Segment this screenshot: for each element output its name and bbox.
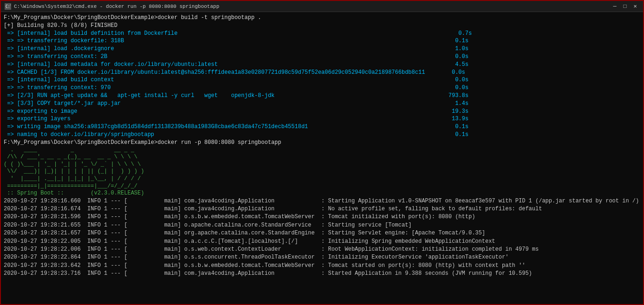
- terminal-line: [+] Building 820.7s (8/8) FINISHED: [4, 22, 640, 30]
- terminal-line: ( ( )\___ | '_ | '_| | '_ \/ _` | \ \ \ …: [4, 161, 640, 169]
- terminal-line: => exporting layers 13.9s: [4, 115, 640, 123]
- terminal-line: => => transferring context: 2B 0.0s: [4, 53, 640, 61]
- terminal-window: C:\ C:\Windows\System32\cmd.exe - docker…: [0, 0, 644, 305]
- title-bar-left: C:\ C:\Windows\System32\cmd.exe - docker…: [5, 3, 219, 10]
- terminal-line: => [internal] load build context 0.0s: [4, 76, 640, 84]
- terminal-line: => => transferring context: 970 0.0s: [4, 84, 640, 92]
- terminal-line: F:\My_Programs\Docker\SpringBootDockerEx…: [4, 14, 640, 22]
- terminal-line: 2020-10-27 19:28:21.655 INFO 1 --- [ mai…: [4, 221, 640, 229]
- terminal-line: 2020-10-27 19:28:21.657 INFO 1 --- [ mai…: [4, 229, 640, 237]
- terminal-line: =========|_|==============|___/=/_/_/_/: [4, 183, 640, 190]
- title-bar: C:\ C:\Windows\System32\cmd.exe - docker…: [1, 1, 643, 12]
- terminal-line: F:\My_Programs\Docker\SpringBootDockerEx…: [4, 139, 640, 147]
- terminal-line: => [internal] load .dockerignore 1.0s: [4, 45, 640, 53]
- terminal-line: 2020-10-27 19:28:16.660 INFO 1 --- [ mai…: [4, 197, 640, 205]
- minimize-button[interactable]: ─: [611, 2, 619, 11]
- window-title: C:\Windows\System32\cmd.exe - docker run…: [14, 4, 219, 9]
- terminal-line: => [internal] load metadata for docker.i…: [4, 61, 640, 69]
- terminal-line: :: Spring Boot :: (v2.3.0.RELEASE): [4, 190, 640, 197]
- terminal-line: => naming to docker.io/library/springboo…: [4, 131, 640, 139]
- terminal-line: 2020-10-27 19:28:21.596 INFO 1 --- [ mai…: [4, 213, 640, 221]
- terminal-line: . ____ _ __ _ _: [4, 147, 640, 154]
- maximize-button[interactable]: □: [621, 2, 629, 11]
- cmd-icon: C:\: [5, 3, 11, 10]
- terminal-body[interactable]: F:\My_Programs\Docker\SpringBootDockerEx…: [1, 12, 643, 304]
- terminal-line: \\/ ___)| |_)| | | | | || (_| | ) ) ) ): [4, 168, 640, 175]
- terminal-line: 2020-10-27 19:28:23.716 INFO 1 --- [ mai…: [4, 270, 640, 278]
- terminal-line: => => transferring dockerfile: 318B 0.1s: [4, 37, 640, 45]
- terminal-line: 2020-10-27 19:28:23.642 INFO 1 --- [ mai…: [4, 262, 640, 270]
- window-controls: ─ □ ✕: [611, 2, 639, 11]
- terminal-line: => [3/3] COPY target/*.jar app.jar 1.4s: [4, 100, 640, 108]
- terminal-line: /\\ / ___'_ __ _ _(_)_ __ __ _ \ \ \ \: [4, 154, 640, 161]
- terminal-line: 2020-10-27 19:28:16.674 INFO 1 --- [ mai…: [4, 205, 640, 213]
- terminal-line: ' |____| .__|_| |_|_| |_\__, | / / / /: [4, 175, 640, 183]
- terminal-line: => exporting to image 19.3s: [4, 108, 640, 116]
- terminal-line: 2020-10-27 19:28:22.006 INFO 1 --- [ mai…: [4, 246, 640, 253]
- terminal-line: => writing image sha256:a98137cgb8d51d58…: [4, 123, 640, 131]
- terminal-line: => [2/3] RUN apt-get update && apt-get i…: [4, 92, 640, 100]
- terminal-line: => CACHED [1/3] FROM docker.io/library/u…: [4, 69, 640, 77]
- close-button[interactable]: ✕: [631, 2, 639, 11]
- terminal-line: => [internal] load build definition from…: [4, 30, 640, 38]
- terminal-line: 2020-10-27 19:28:22.864 INFO 1 --- [ mai…: [4, 253, 640, 261]
- terminal-line: 2020-10-27 19:28:22.005 INFO 1 --- [ mai…: [4, 238, 640, 246]
- svg-text:C:\: C:\: [6, 5, 11, 9]
